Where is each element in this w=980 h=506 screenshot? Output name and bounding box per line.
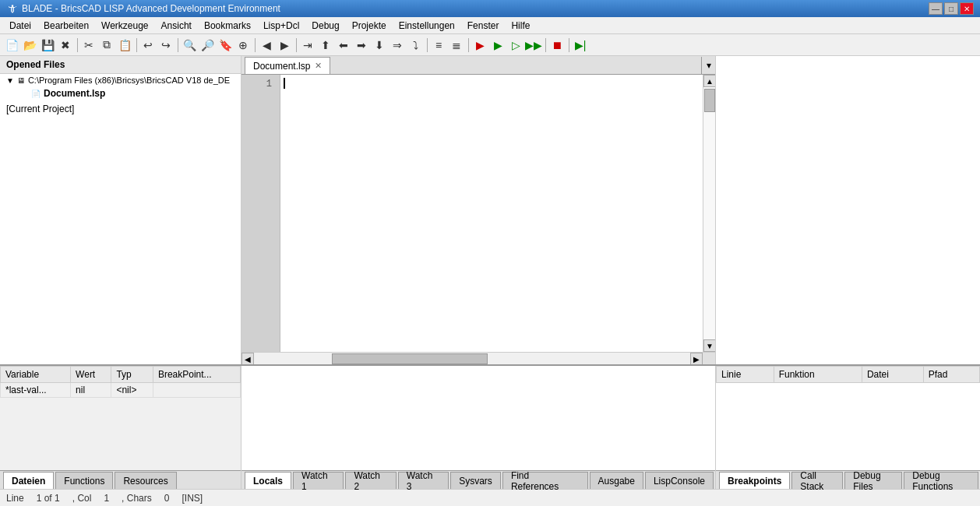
scroll-thumb[interactable] (704, 89, 715, 112)
next-button[interactable]: ⇒ (389, 37, 406, 54)
call-stack-table: Linie Funktion Datei Pfad (716, 366, 980, 470)
save-button[interactable]: 💾 (39, 37, 56, 54)
scroll-left-button[interactable]: ◀ (241, 353, 254, 364)
status-line-num: 1 of 1 (37, 493, 60, 504)
sep2 (134, 37, 139, 54)
debug-run4-button[interactable]: ▶▶ (525, 37, 542, 54)
indent-button[interactable]: ⇥ (299, 37, 316, 54)
paste-button[interactable]: 📋 (116, 37, 133, 54)
menu-hilfe[interactable]: Hilfe (505, 19, 536, 33)
col-linie: Linie (717, 367, 774, 383)
open-file-button[interactable]: 📂 (21, 37, 38, 54)
h-scroll-thumb[interactable] (332, 353, 488, 364)
tab-functions[interactable]: Functions (55, 472, 113, 489)
tab-watch2[interactable]: Watch 2 (345, 472, 396, 489)
bottom-watch-area (241, 366, 715, 470)
bottom-area: Variable Wert Typ BreakPoint... *last-va… (0, 364, 980, 489)
sep4 (252, 37, 257, 54)
bottom-right-panel: Locals Watch 1 Watch 2 Watch 3 Sysvars F… (241, 366, 715, 489)
menu-bookmarks[interactable]: Bookmarks (198, 19, 257, 33)
menu-datei[interactable]: Datei (3, 19, 37, 33)
format2-button[interactable]: ≣ (448, 37, 465, 54)
moveright-button[interactable]: ➡ (353, 37, 370, 54)
tab-lispconsole[interactable]: LispConsole (645, 472, 714, 489)
col-breakpoint: BreakPoint... (153, 367, 240, 383)
editor-content: 1 ▲ ▼ (241, 75, 715, 352)
debug-run2-button[interactable]: ▶ (489, 37, 506, 54)
stop-button[interactable]: ⏹ (548, 37, 566, 54)
maximize-button[interactable]: □ (944, 2, 958, 15)
debug-run-button[interactable]: ▶ (471, 37, 488, 54)
folder-path: C:\Program Files (x86)\Bricsys\BricsCAD … (28, 76, 230, 85)
menu-ansicht[interactable]: Ansicht (155, 19, 198, 33)
menu-einstellungen[interactable]: Einstellungen (393, 19, 461, 33)
debug-run3-button[interactable]: ▷ (507, 37, 524, 54)
menu-fenster[interactable]: Fenster (461, 19, 506, 33)
movedown-button[interactable]: ⬇ (371, 37, 388, 54)
line-numbers: 1 (241, 75, 280, 352)
find-button[interactable]: 🔍 (181, 37, 198, 54)
sep1 (75, 37, 79, 54)
tab-watch3[interactable]: Watch 3 (398, 472, 449, 489)
tab-findref[interactable]: Find References (502, 472, 588, 489)
findall-button[interactable]: 🔎 (199, 37, 216, 54)
tab-callstack[interactable]: Call Stack (791, 472, 843, 489)
tab-label: Document.lsp (253, 61, 310, 72)
tab-locals[interactable]: Locals (245, 472, 291, 489)
format-button[interactable]: ≡ (430, 37, 447, 54)
scroll-right-button[interactable]: ▶ (690, 353, 703, 364)
undo-button[interactable]: ↩ (139, 37, 157, 54)
moveup-button[interactable]: ⬆ (317, 37, 334, 54)
run-to-button[interactable]: ▶| (572, 37, 589, 54)
tab-dateien[interactable]: Dateien (3, 472, 54, 489)
minimize-button[interactable]: — (929, 2, 943, 15)
expand-icon: ▼ (6, 76, 14, 85)
code-editor[interactable] (280, 75, 703, 352)
sep7 (466, 37, 471, 54)
scroll-down-button[interactable]: ▼ (703, 339, 715, 352)
scroll-corner (703, 353, 715, 364)
tab-ausgabe[interactable]: Ausgabe (590, 472, 643, 489)
redo-button[interactable]: ↪ (157, 37, 174, 54)
tab-scroll-button[interactable]: ▾ (701, 57, 715, 74)
forward-button[interactable]: ▶ (276, 37, 293, 54)
menu-debug[interactable]: Debug (305, 19, 345, 33)
editor-scrollbar-horizontal[interactable]: ◀ ▶ (241, 352, 715, 364)
goto-button[interactable]: ⊕ (234, 37, 252, 54)
file-name: Document.lsp (44, 88, 105, 99)
tree-item-file[interactable]: 📄 Document.lsp (0, 86, 241, 100)
status-col-label: , Col (72, 493, 92, 504)
toolbar: 📄 📂 💾 ✖ ✂ ⧉ 📋 ↩ ↪ 🔍 🔎 🔖 ⊕ ◀ ▶ ⇥ ⬆ ⬅ ➡ ⬇ … (0, 34, 980, 56)
tab-debugfiles[interactable]: Debug Files (844, 472, 902, 489)
tab-sysvars[interactable]: Sysvars (450, 472, 501, 489)
back-button[interactable]: ◀ (258, 37, 275, 54)
menu-projekte[interactable]: Projekte (346, 19, 393, 33)
editor-scrollbar-vertical[interactable]: ▲ ▼ (703, 75, 715, 352)
sep6 (425, 37, 429, 54)
menu-werkzeuge[interactable]: Werkzeuge (95, 19, 154, 33)
tab-document-lsp[interactable]: Document.lsp ✕ (245, 57, 330, 74)
tree-item-folder[interactable]: ▼ 🖥 C:\Program Files (x86)\Bricsys\Brics… (0, 74, 241, 86)
menu-lispdc[interactable]: Lisp+Dcl (257, 19, 305, 33)
menu-bearbeiten[interactable]: Bearbeiten (37, 19, 95, 33)
copy-button[interactable]: ⧉ (98, 37, 115, 54)
cut-button[interactable]: ✂ (80, 37, 97, 54)
col-funktion: Funktion (774, 367, 862, 383)
app-icon: 🗡 (6, 2, 17, 15)
close-button[interactable]: ✕ (960, 2, 974, 15)
scroll-track[interactable] (703, 87, 715, 339)
tab-debugfunctions[interactable]: Debug Functions (904, 472, 978, 489)
line-number-1: 1 (241, 78, 275, 90)
end-button[interactable]: ⤵ (407, 37, 424, 54)
tab-resources[interactable]: Resources (115, 472, 176, 489)
tab-watch1[interactable]: Watch 1 (293, 472, 344, 489)
tab-close-button[interactable]: ✕ (315, 61, 322, 71)
tab-breakpoints[interactable]: Breakpoints (719, 472, 790, 489)
h-scroll-track[interactable] (254, 353, 690, 364)
close-file-button[interactable]: ✖ (57, 37, 74, 54)
moveleft-button[interactable]: ⬅ (335, 37, 352, 54)
bookmark-button[interactable]: 🔖 (217, 37, 234, 54)
new-file-button[interactable]: 📄 (3, 37, 20, 54)
scroll-up-button[interactable]: ▲ (703, 75, 715, 87)
menu-bar: Datei Bearbeiten Werkzeuge Ansicht Bookm… (0, 17, 980, 34)
